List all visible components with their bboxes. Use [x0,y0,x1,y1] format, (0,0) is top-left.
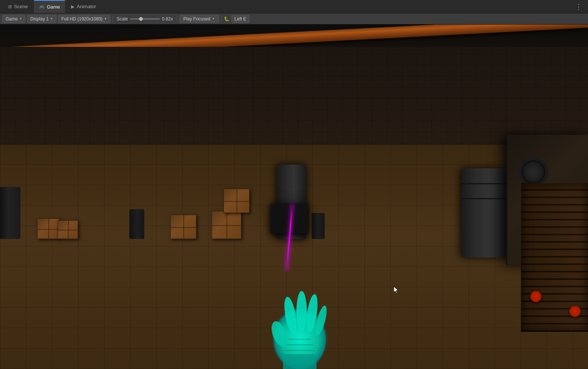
play-focused-arrow: ▼ [212,17,215,20]
machinery-circular-element [518,157,548,187]
game-dropdown-label: Game [6,16,18,22]
small-barrel-2 [312,213,325,239]
tab-game[interactable]: 🎮 Game [34,0,65,13]
player-hand [259,265,341,369]
tab-animator-label: Animator [77,4,96,9]
valve-2 [569,306,581,317]
crate-5 [170,215,196,239]
play-focused-button[interactable]: Play Focused ▼ [179,15,219,23]
game-scene [0,25,588,369]
resolution-dropdown-arrow: ▼ [104,17,107,20]
tab-scene[interactable]: ⊞ Scene [3,0,33,13]
left-eye-label: Left E [235,16,246,22]
crate-3 [212,211,241,239]
more-options-button[interactable]: ⋮ [572,3,585,11]
tab-scene-label: Scene [14,4,28,9]
hand-svg [259,265,341,369]
resolution-dropdown-label: Full HD (1920x1080) [61,16,103,22]
left-eye-button[interactable]: Left E [231,15,250,23]
separator-3 [221,16,222,22]
toolbar: Game ▼ Display 1 ▼ Full HD (1920x1080) ▼… [0,13,588,25]
tab-game-label: Game [47,4,60,10]
animator-icon: ▶ [71,4,74,9]
game-icon: 🎮 [39,4,45,10]
game-viewport[interactable] [0,25,588,369]
tab-animator[interactable]: ▶ Animator [66,0,101,13]
bug-icon[interactable]: 🐛 [224,16,230,22]
display-dropdown-arrow: ▼ [50,17,53,20]
display-dropdown-label: Display 1 [30,16,49,22]
svg-point-3 [296,291,307,332]
display-dropdown[interactable]: Display 1 ▼ [27,15,57,23]
scene-icon: ⊞ [8,4,12,9]
play-focused-label: Play Focused [183,16,211,22]
game-dropdown-arrow: ▼ [19,17,22,20]
small-barrel-1 [129,209,144,239]
scale-label: Scale [117,16,128,22]
barrel-large-right [462,168,506,258]
crate-2 [58,220,78,239]
scale-control: Scale 0.82x [115,16,174,22]
svg-rect-6 [283,354,317,369]
scale-value: 0.82x [162,16,173,22]
barrel-left [0,187,20,239]
tab-bar: ⊞ Scene 🎮 Game ▶ Animator ⋮ [0,0,588,13]
separator-1 [113,16,113,22]
grate-right [521,183,588,332]
game-dropdown[interactable]: Game ▼ [2,15,26,23]
separator-2 [177,16,177,22]
scale-slider[interactable] [130,18,160,20]
valve-1 [530,291,542,302]
black-box [270,204,308,233]
crate-4 [224,189,250,213]
crate-1 [37,219,60,239]
resolution-dropdown[interactable]: Full HD (1920x1080) ▼ [58,15,110,23]
scale-slider-thumb [139,17,143,21]
